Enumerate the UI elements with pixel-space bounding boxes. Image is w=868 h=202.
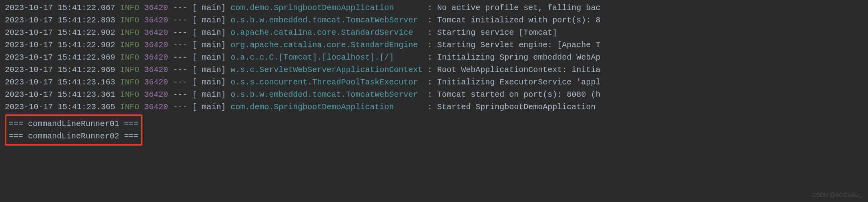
log-line: 2023-10-17 15:41:22.969 INFO 36420 --- [… [5,51,863,64]
watermark: CSDN @ACGkaka_ [812,191,862,200]
log-timestamp: 2023-10-17 15:41:22.969 [5,65,115,74]
log-line: 2023-10-17 15:41:23.361 INFO 36420 --- [… [5,88,863,101]
log-colon: : [427,28,432,37]
log-level: INFO [120,40,139,50]
log-colon: : [427,3,432,12]
log-pid: 36420 [144,65,168,74]
log-pid: 36420 [144,90,168,99]
log-colon: : [427,53,432,62]
highlighted-box: === commandLineRunner01 === === commandL… [5,114,142,146]
log-timestamp: 2023-10-17 15:41:22.902 [5,40,115,50]
log-logger: w.s.c.ServletWebServerApplicationContext [231,65,423,74]
log-message: Initializing Spring embedded WebAp [437,53,600,62]
log-line: 2023-10-17 15:41:22.067 INFO 36420 --- [… [5,2,863,14]
log-message: No active profile set, falling bac [437,3,600,12]
log-colon: : [427,65,432,74]
log-pid: 36420 [144,28,168,37]
log-line: 2023-10-17 15:41:23.163 INFO 36420 --- [… [5,76,863,88]
log-message: Started SpringbootDemoApplication [437,102,595,112]
log-level: INFO [120,16,139,25]
log-thread: [ main] [192,90,226,99]
log-logger: o.a.c.c.C.[Tomcat].[localhost].[/] [231,53,394,62]
log-message: Root WebApplicationContext: initia [437,65,600,74]
log-level: INFO [120,3,139,12]
log-dashes: --- [173,16,187,25]
log-logger: o.apache.catalina.core.StandardService [231,28,413,37]
log-level: INFO [120,28,139,37]
log-colon: : [427,78,432,87]
log-timestamp: 2023-10-17 15:41:23.163 [5,78,115,87]
log-dashes: --- [173,28,187,37]
log-timestamp: 2023-10-17 15:41:22.067 [5,3,115,12]
log-thread: [ main] [192,78,226,87]
log-thread: [ main] [192,28,226,37]
log-dashes: --- [173,78,187,87]
log-pid: 36420 [144,102,168,112]
log-colon: : [427,102,432,112]
log-dashes: --- [173,65,187,74]
log-thread: [ main] [192,102,226,112]
log-message: Starting service [Tomcat] [437,28,557,37]
log-level: INFO [120,78,139,87]
log-pid: 36420 [144,40,168,50]
log-dashes: --- [173,53,187,62]
log-logger: org.apache.catalina.core.StandardEngine [231,40,418,50]
log-timestamp: 2023-10-17 15:41:23.361 [5,90,115,99]
log-thread: [ main] [192,40,226,50]
log-line: 2023-10-17 15:41:22.902 INFO 36420 --- [… [5,39,863,51]
log-line: 2023-10-17 15:41:22.969 INFO 36420 --- [… [5,64,863,76]
log-line: 2023-10-17 15:41:23.365 INFO 36420 --- [… [5,101,863,113]
log-message: Tomcat initialized with port(s): 8 [437,16,600,25]
log-thread: [ main] [192,65,226,74]
log-colon: : [427,90,432,99]
log-dashes: --- [173,102,187,112]
log-line: 2023-10-17 15:41:22.893 INFO 36420 --- [… [5,14,863,26]
log-colon: : [427,16,432,25]
runner-output-1: === commandLineRunner01 === [9,118,138,130]
log-level: INFO [120,65,139,74]
log-logger: o.s.b.w.embedded.tomcat.TomcatWebServer [231,90,418,99]
log-message: Initializing ExecutorService 'appl [437,78,600,87]
log-dashes: --- [173,3,187,12]
log-logger: com.demo.SpringbootDemoApplication [231,3,394,12]
log-output: 2023-10-17 15:41:22.067 INFO 36420 --- [… [5,2,863,113]
log-pid: 36420 [144,16,168,25]
log-message: Starting Servlet engine: [Apache T [437,40,600,50]
log-logger: o.s.s.concurrent.ThreadPoolTaskExecutor [231,78,418,87]
log-level: INFO [120,53,139,62]
log-thread: [ main] [192,3,226,12]
log-line: 2023-10-17 15:41:22.902 INFO 36420 --- [… [5,26,863,39]
log-timestamp: 2023-10-17 15:41:23.365 [5,102,115,112]
log-pid: 36420 [144,53,168,62]
log-thread: [ main] [192,53,226,62]
log-level: INFO [120,102,139,112]
log-pid: 36420 [144,78,168,87]
log-logger: com.demo.SpringbootDemoApplication [231,102,394,112]
log-logger: o.s.b.w.embedded.tomcat.TomcatWebServer [231,16,418,25]
log-level: INFO [120,90,139,99]
log-message: Tomcat started on port(s): 8080 (h [437,90,600,99]
log-colon: : [427,40,432,50]
runner-output-2: === commandLineRunner02 === [9,130,138,142]
log-dashes: --- [173,90,187,99]
log-thread: [ main] [192,16,226,25]
log-timestamp: 2023-10-17 15:41:22.893 [5,16,115,25]
log-timestamp: 2023-10-17 15:41:22.902 [5,28,115,37]
log-pid: 36420 [144,3,168,12]
log-timestamp: 2023-10-17 15:41:22.969 [5,53,115,62]
log-dashes: --- [173,40,187,50]
